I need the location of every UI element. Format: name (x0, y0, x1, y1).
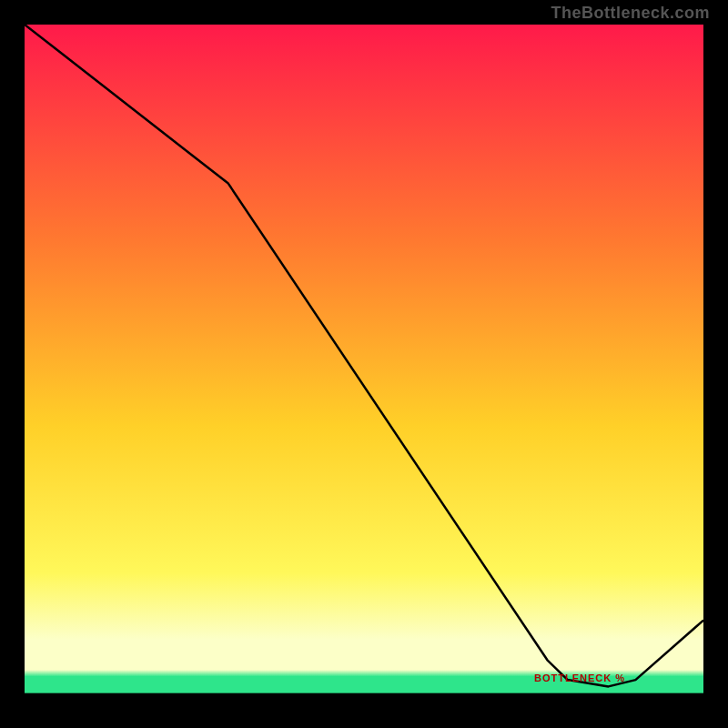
chart-frame: TheBottleneck.com BOTTLENECK % (0, 0, 728, 728)
plot-area: BOTTLENECK % (25, 25, 703, 703)
bottleneck-label: BOTTLENECK % (534, 672, 625, 683)
watermark-text: TheBottleneck.com (551, 4, 710, 23)
svg-rect-1 (25, 693, 703, 703)
chart-svg (25, 25, 703, 703)
svg-rect-0 (25, 25, 703, 693)
